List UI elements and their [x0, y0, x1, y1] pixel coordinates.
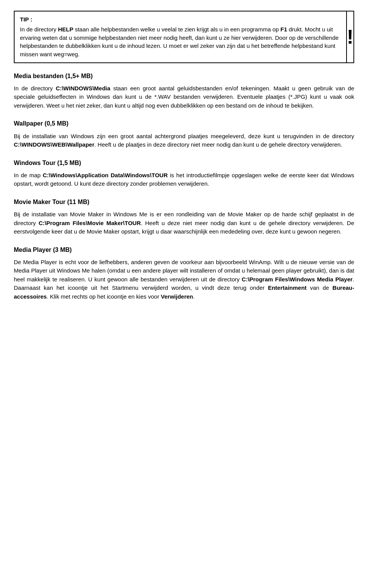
section-wallpaper: Wallpaper (0,5 MB) Bij de installatie va… — [14, 119, 354, 149]
para-wallpaper-1: Bij de installatie van Windows zijn een … — [14, 132, 354, 149]
section-movie-maker-tour: Movie Maker Tour (11 MB) Bij de installa… — [14, 198, 354, 236]
section-title-wallpaper: Wallpaper (0,5 MB) — [14, 119, 354, 128]
section-body-media-bestanden: In de directory C:\WINDOWS\Media staan e… — [14, 84, 354, 110]
tip-text-intro: In de directory — [20, 26, 58, 33]
section-body-wallpaper: Bij de installatie van Windows zijn een … — [14, 132, 354, 149]
text-entertainment: Entertainment — [268, 284, 307, 291]
tip-content: TIP : In de directory HELP staan alle he… — [15, 11, 346, 62]
para-media-1: In de directory C:\WINDOWS\Media staan e… — [14, 84, 354, 110]
section-windows-tour: Windows Tour (1,5 MB) In de map C:\Windo… — [14, 158, 354, 188]
tip-f1-bold: F1 — [281, 26, 288, 33]
section-media-player: Media Player (3 MB) De Media Player is e… — [14, 245, 354, 301]
section-title-media-player: Media Player (3 MB) — [14, 245, 354, 254]
section-body-movie-maker-tour: Bij de installatie van Movie Maker in Wi… — [14, 210, 354, 236]
tip-exclamation: ! — [346, 11, 353, 62]
path-movie-maker: C:\Program Files\Movie Maker\TOUR — [39, 220, 141, 226]
tip-help-bold: HELP — [58, 26, 73, 33]
tip-box: TIP : In de directory HELP staan alle he… — [14, 11, 354, 63]
section-title-windows-tour: Windows Tour (1,5 MB) — [14, 158, 354, 167]
section-body-media-player: De Media Player is echt voor de liefhebb… — [14, 258, 354, 301]
section-body-windows-tour: In de map C:\Windows\Application Data\Wi… — [14, 171, 354, 188]
section-title-movie-maker-tour: Movie Maker Tour (11 MB) — [14, 198, 354, 206]
path-media-player: C:\Program Files\Windows Media Player — [242, 276, 352, 283]
para-media-player-1: De Media Player is echt voor de liefhebb… — [14, 258, 354, 301]
section-title-media-bestanden: Media bestanden (1,5+ MB) — [14, 72, 354, 80]
para-windows-tour-1: In de map C:\Windows\Application Data\Wi… — [14, 171, 354, 188]
tip-text: In de directory HELP staan alle helpbest… — [20, 25, 341, 59]
tip-text-2: staan alle helpbestanden welke u veelal … — [73, 26, 280, 33]
path-windows-media: C:\WINDOWS\Media — [56, 85, 110, 91]
tip-label: TIP : — [20, 15, 341, 24]
path-windows-tour: C:\Windows\Application Data\Windows\TOUR — [43, 172, 168, 178]
section-media-bestanden: Media bestanden (1,5+ MB) In de director… — [14, 72, 354, 110]
text-verwijderen: Verwijderen — [161, 293, 193, 300]
para-movie-maker-1: Bij de installatie van Movie Maker in Wi… — [14, 210, 354, 236]
path-wallpaper: C:\WINDOWS\WEB\Wallpaper — [14, 141, 94, 148]
